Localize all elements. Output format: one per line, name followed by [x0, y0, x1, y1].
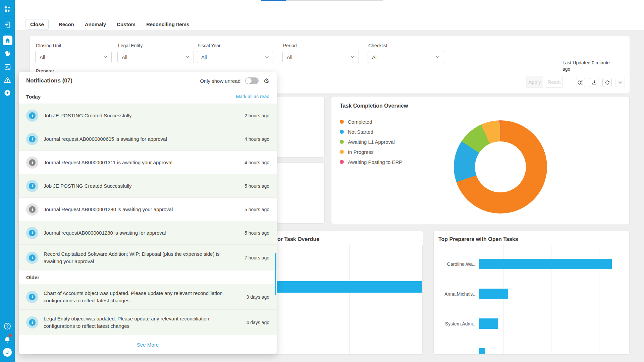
- notification-text: Journal requestAB0000001280 is awaiting …: [44, 229, 166, 237]
- notification-row[interactable]: iJournal request AB0000000605 is awaitin…: [19, 127, 277, 150]
- alert-triangle-icon[interactable]: [3, 76, 11, 84]
- chart-gridline: [623, 245, 623, 354]
- legend-label: Completed: [348, 119, 372, 125]
- notification-row[interactable]: iRecord Capitalized Software Addition; W…: [19, 244, 277, 270]
- task-bar[interactable]: [479, 289, 508, 299]
- chevron-down-icon: [265, 56, 269, 58]
- checklist-value: All: [372, 54, 378, 60]
- donut-legend: CompletedNot StartedAwaiting L1 Approval…: [340, 117, 402, 167]
- last-updated-text: Last Updated 0 minute ago: [562, 60, 616, 72]
- legend-label: Awaiting L1 Approval: [348, 139, 395, 145]
- vertical-scrollbar-thumb[interactable]: [275, 253, 276, 295]
- info-icon: i: [26, 180, 38, 192]
- notification-row[interactable]: iJob JE POSTING Created Successfully5 ho…: [19, 174, 277, 197]
- plus-circle-icon[interactable]: [3, 89, 11, 97]
- gear-icon[interactable]: ⚙: [263, 77, 269, 84]
- workspace-door-icon[interactable]: [3, 20, 11, 28]
- legend-dot: [340, 130, 344, 134]
- period-dropdown[interactable]: All: [282, 51, 359, 63]
- fiscal-year-dropdown[interactable]: All: [197, 51, 273, 63]
- avatar[interactable]: J: [3, 348, 12, 357]
- apps-grid-icon[interactable]: [3, 5, 11, 13]
- task-bar[interactable]: [479, 348, 485, 355]
- task-bar[interactable]: [479, 259, 612, 269]
- info-icon-core: i: [29, 136, 36, 142]
- bell-icon[interactable]: [3, 336, 11, 344]
- filter-button[interactable]: [615, 78, 625, 87]
- legend-label: In Progress: [348, 149, 374, 155]
- legend-dot: [340, 150, 344, 154]
- help-button[interactable]: ?: [576, 78, 585, 87]
- chevron-down-icon: [185, 56, 190, 58]
- chevron-down-icon: [436, 56, 440, 58]
- task-bar[interactable]: [479, 318, 498, 329]
- apply-button[interactable]: Apply: [526, 76, 543, 88]
- notification-row[interactable]: iJournal Request AB0000001280 is awaitin…: [19, 197, 277, 221]
- toggle-knob: [246, 78, 252, 84]
- notifications-header: Notifications (07) Only show unread ⚙: [19, 72, 277, 89]
- checklist-dropdown[interactable]: All: [368, 51, 444, 63]
- see-more-link[interactable]: See More: [137, 342, 159, 348]
- legend-label: Not Started: [348, 129, 373, 135]
- notification-row[interactable]: iJournal Request AB0000001311 is awaitin…: [19, 150, 277, 174]
- notification-text: Legal Entity object was updated. Please …: [44, 315, 228, 330]
- closing-unit-value: All: [40, 54, 45, 60]
- filter-label-legal-entity: Legal Entity: [118, 43, 143, 48]
- help-icon[interactable]: ?: [3, 322, 11, 330]
- legal-entity-dropdown[interactable]: All: [117, 51, 194, 63]
- notification-time: 5 hours ago: [236, 207, 269, 212]
- notification-badge: [9, 334, 12, 337]
- notifications-panel: Notifications (07) Only show unread ⚙ To…: [19, 72, 277, 354]
- closing-unit-dropdown[interactable]: All: [35, 51, 112, 63]
- notifications-list: TodayMark all as readiJob JE POSTING Cre…: [19, 89, 277, 335]
- chevron-down-icon: [351, 56, 355, 58]
- tab-recon[interactable]: Recon: [58, 19, 75, 29]
- notification-text: Record Capitalized Software Addition; WI…: [44, 250, 228, 265]
- chart-gridline: [422, 245, 423, 354]
- sidebar-divider: [3, 17, 11, 17]
- card-title: Task Completion Overview: [340, 103, 408, 109]
- notification-text: Job JE POSTING Created Successfully: [44, 182, 132, 190]
- notification-text: Journal request AB0000000605 is awaiting…: [44, 135, 167, 143]
- legend-dot: [340, 160, 344, 164]
- notification-row[interactable]: iJob JE POSTING Created Successfully2 ho…: [19, 104, 277, 127]
- notification-row[interactable]: iJournal requestAB0000001280 is awaiting…: [19, 221, 277, 244]
- info-icon-core: i: [29, 183, 36, 189]
- horizontal-scrollbar-thumb[interactable]: [261, 0, 286, 1]
- refresh-button[interactable]: [602, 78, 612, 87]
- horizontal-scrollbar-track: [286, 0, 383, 1]
- info-icon: i: [26, 291, 38, 303]
- refresh-icon: [604, 80, 610, 85]
- notification-row[interactable]: iChart of Accounts object was updated. P…: [19, 284, 277, 309]
- legend-dot: [340, 140, 344, 144]
- info-icon-core: i: [29, 112, 36, 119]
- notification-text: Journal Request AB0000001280 is awaiting…: [44, 206, 173, 213]
- tab-custom[interactable]: Custom: [116, 19, 136, 29]
- notification-time: 5 hours ago: [236, 183, 269, 189]
- notification-row[interactable]: iLegal Entity object was updated. Please…: [19, 309, 277, 335]
- home-icon[interactable]: [3, 36, 12, 45]
- fiscal-year-value: All: [201, 54, 207, 60]
- only-show-unread-toggle[interactable]: [245, 77, 259, 84]
- notifications-title: Notifications (07): [26, 77, 72, 84]
- filter-label-period: Period: [283, 43, 297, 48]
- download-button[interactable]: [590, 78, 599, 87]
- notification-text: Job JE POSTING Created Successfully: [44, 112, 132, 119]
- mark-all-as-read-link[interactable]: Mark all as read: [236, 94, 269, 99]
- tab-close[interactable]: Close: [25, 19, 49, 29]
- notification-text: Chart of Accounts object was updated. Pl…: [44, 290, 228, 304]
- checklist-icon[interactable]: [3, 63, 11, 71]
- tab-anomaly[interactable]: Anomaly: [84, 19, 107, 29]
- tab-reconciling-items[interactable]: Reconciling Items: [146, 19, 190, 29]
- info-icon: i: [26, 252, 38, 264]
- bar-category-label: Anna.Michals...: [436, 291, 477, 297]
- reset-button[interactable]: Reset: [546, 76, 562, 88]
- info-icon: i: [26, 203, 38, 216]
- notifications-section-header: TodayMark all as read: [19, 89, 277, 104]
- book-icon[interactable]: [3, 50, 11, 58]
- info-icon: i: [26, 133, 38, 145]
- notification-time: 4 hours ago: [236, 160, 269, 165]
- info-icon-core: i: [29, 294, 36, 300]
- topbar: [15, 0, 644, 18]
- info-icon-core: i: [29, 254, 36, 261]
